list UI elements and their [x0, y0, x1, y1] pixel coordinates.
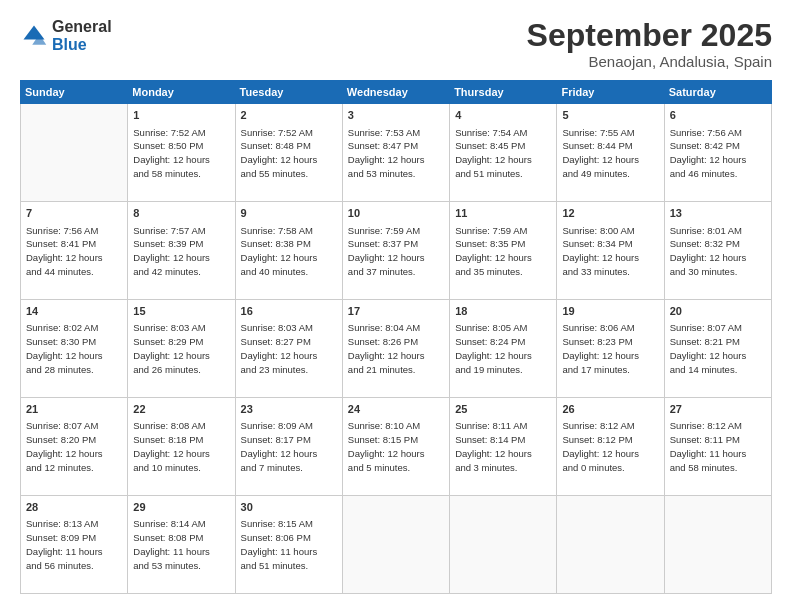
calendar-header-wednesday: Wednesday [342, 81, 449, 104]
day-info: Sunrise: 8:04 AM Sunset: 8:26 PM Dayligh… [348, 321, 444, 376]
calendar-header-tuesday: Tuesday [235, 81, 342, 104]
calendar-cell: 21Sunrise: 8:07 AM Sunset: 8:20 PM Dayli… [21, 398, 128, 496]
calendar-header-thursday: Thursday [450, 81, 557, 104]
day-number: 15 [133, 304, 229, 319]
day-info: Sunrise: 8:11 AM Sunset: 8:14 PM Dayligh… [455, 419, 551, 474]
calendar-week-row: 28Sunrise: 8:13 AM Sunset: 8:09 PM Dayli… [21, 496, 772, 594]
day-number: 7 [26, 206, 122, 221]
calendar-cell [342, 496, 449, 594]
calendar-cell: 13Sunrise: 8:01 AM Sunset: 8:32 PM Dayli… [664, 202, 771, 300]
logo-general-text: General [52, 18, 112, 36]
calendar-cell: 9Sunrise: 7:58 AM Sunset: 8:38 PM Daylig… [235, 202, 342, 300]
day-number: 1 [133, 108, 229, 123]
day-info: Sunrise: 7:54 AM Sunset: 8:45 PM Dayligh… [455, 126, 551, 181]
day-info: Sunrise: 8:01 AM Sunset: 8:32 PM Dayligh… [670, 224, 766, 279]
calendar-cell: 10Sunrise: 7:59 AM Sunset: 8:37 PM Dayli… [342, 202, 449, 300]
day-number: 29 [133, 500, 229, 515]
day-info: Sunrise: 7:59 AM Sunset: 8:37 PM Dayligh… [348, 224, 444, 279]
calendar-header-saturday: Saturday [664, 81, 771, 104]
day-number: 2 [241, 108, 337, 123]
calendar-week-row: 7Sunrise: 7:56 AM Sunset: 8:41 PM Daylig… [21, 202, 772, 300]
calendar-cell: 14Sunrise: 8:02 AM Sunset: 8:30 PM Dayli… [21, 300, 128, 398]
calendar-cell: 28Sunrise: 8:13 AM Sunset: 8:09 PM Dayli… [21, 496, 128, 594]
day-number: 21 [26, 402, 122, 417]
day-number: 6 [670, 108, 766, 123]
day-number: 17 [348, 304, 444, 319]
main-title: September 2025 [527, 18, 772, 53]
day-info: Sunrise: 8:10 AM Sunset: 8:15 PM Dayligh… [348, 419, 444, 474]
day-number: 19 [562, 304, 658, 319]
calendar-cell: 11Sunrise: 7:59 AM Sunset: 8:35 PM Dayli… [450, 202, 557, 300]
day-info: Sunrise: 8:15 AM Sunset: 8:06 PM Dayligh… [241, 517, 337, 572]
calendar-week-row: 1Sunrise: 7:52 AM Sunset: 8:50 PM Daylig… [21, 104, 772, 202]
day-number: 30 [241, 500, 337, 515]
logo: General Blue [20, 18, 112, 53]
day-number: 28 [26, 500, 122, 515]
day-info: Sunrise: 7:59 AM Sunset: 8:35 PM Dayligh… [455, 224, 551, 279]
day-number: 9 [241, 206, 337, 221]
calendar-cell: 2Sunrise: 7:52 AM Sunset: 8:48 PM Daylig… [235, 104, 342, 202]
calendar-cell: 5Sunrise: 7:55 AM Sunset: 8:44 PM Daylig… [557, 104, 664, 202]
day-info: Sunrise: 8:09 AM Sunset: 8:17 PM Dayligh… [241, 419, 337, 474]
day-number: 22 [133, 402, 229, 417]
calendar-week-row: 14Sunrise: 8:02 AM Sunset: 8:30 PM Dayli… [21, 300, 772, 398]
calendar-week-row: 21Sunrise: 8:07 AM Sunset: 8:20 PM Dayli… [21, 398, 772, 496]
logo-icon [20, 22, 48, 50]
day-number: 13 [670, 206, 766, 221]
calendar-cell: 7Sunrise: 7:56 AM Sunset: 8:41 PM Daylig… [21, 202, 128, 300]
day-number: 5 [562, 108, 658, 123]
day-number: 23 [241, 402, 337, 417]
day-info: Sunrise: 8:03 AM Sunset: 8:29 PM Dayligh… [133, 321, 229, 376]
calendar-cell: 27Sunrise: 8:12 AM Sunset: 8:11 PM Dayli… [664, 398, 771, 496]
calendar-cell: 23Sunrise: 8:09 AM Sunset: 8:17 PM Dayli… [235, 398, 342, 496]
calendar-cell: 6Sunrise: 7:56 AM Sunset: 8:42 PM Daylig… [664, 104, 771, 202]
day-info: Sunrise: 8:07 AM Sunset: 8:21 PM Dayligh… [670, 321, 766, 376]
day-info: Sunrise: 8:14 AM Sunset: 8:08 PM Dayligh… [133, 517, 229, 572]
calendar-cell: 24Sunrise: 8:10 AM Sunset: 8:15 PM Dayli… [342, 398, 449, 496]
calendar-header-row: SundayMondayTuesdayWednesdayThursdayFrid… [21, 81, 772, 104]
calendar-header-sunday: Sunday [21, 81, 128, 104]
day-number: 8 [133, 206, 229, 221]
day-info: Sunrise: 8:02 AM Sunset: 8:30 PM Dayligh… [26, 321, 122, 376]
day-info: Sunrise: 8:13 AM Sunset: 8:09 PM Dayligh… [26, 517, 122, 572]
calendar-cell: 15Sunrise: 8:03 AM Sunset: 8:29 PM Dayli… [128, 300, 235, 398]
day-info: Sunrise: 7:55 AM Sunset: 8:44 PM Dayligh… [562, 126, 658, 181]
day-number: 26 [562, 402, 658, 417]
day-number: 12 [562, 206, 658, 221]
calendar-cell [664, 496, 771, 594]
calendar-header-monday: Monday [128, 81, 235, 104]
calendar-cell: 16Sunrise: 8:03 AM Sunset: 8:27 PM Dayli… [235, 300, 342, 398]
calendar-cell: 3Sunrise: 7:53 AM Sunset: 8:47 PM Daylig… [342, 104, 449, 202]
day-number: 16 [241, 304, 337, 319]
day-number: 18 [455, 304, 551, 319]
calendar-cell: 17Sunrise: 8:04 AM Sunset: 8:26 PM Dayli… [342, 300, 449, 398]
day-info: Sunrise: 7:56 AM Sunset: 8:42 PM Dayligh… [670, 126, 766, 181]
day-info: Sunrise: 7:56 AM Sunset: 8:41 PM Dayligh… [26, 224, 122, 279]
day-number: 24 [348, 402, 444, 417]
calendar-table: SundayMondayTuesdayWednesdayThursdayFrid… [20, 80, 772, 594]
day-number: 3 [348, 108, 444, 123]
calendar-cell: 26Sunrise: 8:12 AM Sunset: 8:12 PM Dayli… [557, 398, 664, 496]
day-info: Sunrise: 8:00 AM Sunset: 8:34 PM Dayligh… [562, 224, 658, 279]
day-number: 10 [348, 206, 444, 221]
calendar-cell [557, 496, 664, 594]
calendar-cell: 12Sunrise: 8:00 AM Sunset: 8:34 PM Dayli… [557, 202, 664, 300]
title-block: September 2025 Benaojan, Andalusia, Spai… [527, 18, 772, 70]
day-info: Sunrise: 8:03 AM Sunset: 8:27 PM Dayligh… [241, 321, 337, 376]
calendar-cell: 8Sunrise: 7:57 AM Sunset: 8:39 PM Daylig… [128, 202, 235, 300]
page: General Blue September 2025 Benaojan, An… [0, 0, 792, 612]
day-info: Sunrise: 8:06 AM Sunset: 8:23 PM Dayligh… [562, 321, 658, 376]
calendar-cell: 4Sunrise: 7:54 AM Sunset: 8:45 PM Daylig… [450, 104, 557, 202]
day-info: Sunrise: 7:52 AM Sunset: 8:50 PM Dayligh… [133, 126, 229, 181]
calendar-cell: 20Sunrise: 8:07 AM Sunset: 8:21 PM Dayli… [664, 300, 771, 398]
subtitle: Benaojan, Andalusia, Spain [527, 53, 772, 70]
day-number: 20 [670, 304, 766, 319]
calendar-cell: 29Sunrise: 8:14 AM Sunset: 8:08 PM Dayli… [128, 496, 235, 594]
day-number: 25 [455, 402, 551, 417]
day-info: Sunrise: 8:12 AM Sunset: 8:12 PM Dayligh… [562, 419, 658, 474]
day-info: Sunrise: 8:05 AM Sunset: 8:24 PM Dayligh… [455, 321, 551, 376]
calendar-cell: 19Sunrise: 8:06 AM Sunset: 8:23 PM Dayli… [557, 300, 664, 398]
calendar-header-friday: Friday [557, 81, 664, 104]
day-number: 14 [26, 304, 122, 319]
day-info: Sunrise: 8:12 AM Sunset: 8:11 PM Dayligh… [670, 419, 766, 474]
